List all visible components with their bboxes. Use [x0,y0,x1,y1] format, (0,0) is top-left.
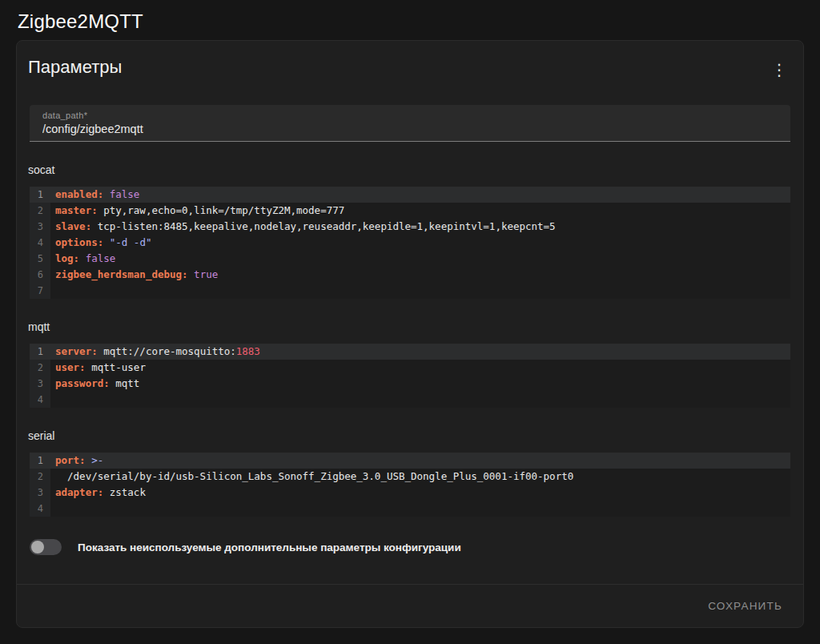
data-path-label: data_path* [42,111,778,120]
code-line-row[interactable]: 3adapter: zstack [30,485,790,501]
code-line [50,501,790,517]
code-line [50,392,790,408]
line-number: 4 [30,235,50,251]
code-line: port: >- [50,453,790,469]
code-line-row[interactable]: 2 /dev/serial/by-id/usb-Silicon_Labs_Son… [30,469,790,485]
yaml-editor-mqtt[interactable]: 1server: mqtt://core-mosquitto:18832user… [30,344,790,408]
card-header: Параметры ⋮ [17,41,803,86]
addon-config-card: Параметры ⋮ data_path* socat 1enabled: f… [16,40,804,628]
code-line-row[interactable]: 6zigbee_herdsman_debug: true [30,267,790,283]
section-label-mqtt: mqtt [28,320,790,333]
kebab-menu-icon: ⋮ [771,60,787,79]
data-path-input[interactable] [42,120,778,135]
code-line-row[interactable]: 1server: mqtt://core-mosquitto:1883 [30,344,790,360]
save-button[interactable]: СОХРАНИТЬ [697,593,794,619]
toggle-thumb [31,541,44,553]
section-label-serial: serial [28,429,790,442]
line-number: 3 [30,376,50,392]
code-line-row[interactable]: 3password: mqtt [30,376,790,392]
unused-params-label: Показать неиспользуемые дополнительные п… [78,541,461,553]
code-line-row[interactable]: 4 [30,392,790,408]
code-line: password: mqtt [50,376,790,392]
code-line: adapter: zstack [50,485,790,501]
code-line-row[interactable]: 1enabled: false [30,187,790,203]
code-line-row[interactable]: 2user: mqtt-user [30,360,790,376]
code-line: zigbee_herdsman_debug: true [50,267,790,283]
card-footer: СОХРАНИТЬ [17,584,803,627]
code-line: enabled: false [50,187,790,203]
line-number: 2 [30,203,50,219]
code-line: master: pty,raw,echo=0,link=/tmp/ttyZ2M,… [50,203,790,219]
unused-params-row: Показать неиспользуемые дополнительные п… [30,539,790,555]
code-line: slave: tcp-listen:8485,keepalive,nodelay… [50,219,790,235]
line-number: 2 [30,360,50,376]
code-line: log: false [50,251,790,267]
code-line: server: mqtt://core-mosquitto:1883 [50,344,790,360]
code-line-row[interactable]: 2master: pty,raw,echo=0,link=/tmp/ttyZ2M… [30,203,790,219]
overflow-menu-button[interactable]: ⋮ [763,54,795,86]
code-line-row[interactable]: 1port: >- [30,453,790,469]
line-number: 4 [30,392,50,408]
yaml-editor-serial[interactable]: 1port: >-2 /dev/serial/by-id/usb-Silicon… [30,453,790,517]
section-label-socat: socat [28,163,790,176]
line-number: 7 [30,283,50,299]
line-number: 1 [30,453,50,469]
code-line-row[interactable]: 5log: false [30,251,790,267]
yaml-editor-socat[interactable]: 1enabled: false2master: pty,raw,echo=0,l… [30,187,790,299]
page-title: Zigbee2MQTT [18,10,802,33]
line-number: 5 [30,251,50,267]
code-line-row[interactable]: 3slave: tcp-listen:8485,keepalive,nodela… [30,219,790,235]
card-title: Параметры [28,54,122,78]
code-line-row[interactable]: 4 [30,501,790,517]
line-number: 2 [30,469,50,485]
page-header: Zigbee2MQTT [0,0,820,40]
code-line: user: mqtt-user [50,360,790,376]
data-path-field[interactable]: data_path* [30,105,790,142]
line-number: 3 [30,485,50,501]
line-number: 3 [30,219,50,235]
code-line-row[interactable]: 7 [30,283,790,299]
line-number: 6 [30,267,50,283]
unused-params-toggle[interactable] [30,539,62,555]
code-line: /dev/serial/by-id/usb-Silicon_Labs_Sonof… [50,469,790,485]
code-line: options: "-d -d" [50,235,790,251]
code-line [50,283,790,299]
line-number: 1 [30,187,50,203]
code-line-row[interactable]: 4options: "-d -d" [30,235,790,251]
line-number: 4 [30,501,50,517]
line-number: 1 [30,344,50,360]
